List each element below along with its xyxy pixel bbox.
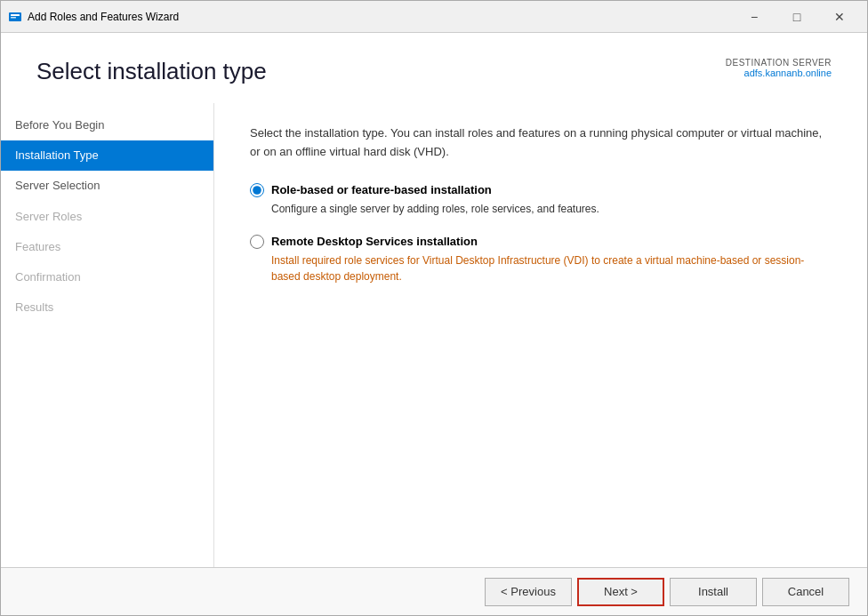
- sidebar-item-features: Features: [1, 232, 213, 262]
- next-button[interactable]: Next >: [577, 578, 664, 606]
- cancel-button[interactable]: Cancel: [762, 578, 849, 606]
- role-based-radio[interactable]: [250, 183, 264, 197]
- main-panel: Select the installation type. You can in…: [214, 103, 867, 567]
- sidebar-item-results: Results: [1, 292, 213, 323]
- maximize-button[interactable]: □: [776, 4, 817, 30]
- sidebar: Before You Begin Installation Type Serve…: [1, 103, 214, 567]
- header-area: Select installation type DESTINATION SER…: [1, 33, 867, 103]
- window-title: Add Roles and Features Wizard: [28, 11, 734, 23]
- sidebar-item-server-selection[interactable]: Server Selection: [1, 171, 213, 201]
- svg-rect-1: [11, 14, 20, 16]
- svg-rect-2: [11, 17, 16, 19]
- server-manager-icon: [8, 10, 22, 24]
- remote-desktop-radio[interactable]: [250, 235, 264, 249]
- body-area: Before You Begin Installation Type Serve…: [1, 103, 867, 567]
- sidebar-item-installation-type[interactable]: Installation Type: [1, 140, 213, 171]
- sidebar-item-before-you-begin[interactable]: Before You Begin: [1, 110, 213, 140]
- install-button[interactable]: Install: [670, 578, 757, 606]
- remote-desktop-label-row: Remote Desktop Services installation: [250, 235, 832, 249]
- previous-button[interactable]: < Previous: [485, 578, 572, 606]
- remote-desktop-title[interactable]: Remote Desktop Services installation: [271, 235, 478, 248]
- intro-text: Select the installation type. You can in…: [250, 124, 832, 162]
- destination-value: adfs.kannanb.online: [726, 68, 832, 78]
- minimize-button[interactable]: −: [734, 4, 775, 30]
- sidebar-item-server-roles: Server Roles: [1, 202, 213, 232]
- footer: < Previous Next > Install Cancel: [1, 567, 867, 615]
- wizard-window: Add Roles and Features Wizard − □ ✕ Sele…: [0, 0, 868, 616]
- content-area: Select installation type DESTINATION SER…: [1, 33, 867, 567]
- remote-desktop-option: Remote Desktop Services installation Ins…: [250, 235, 832, 284]
- destination-server: DESTINATION SERVER adfs.kannanb.online: [726, 58, 832, 78]
- role-based-desc: Configure a single server by adding role…: [271, 201, 832, 217]
- remote-desktop-desc: Install required role services for Virtu…: [271, 252, 832, 284]
- role-based-title[interactable]: Role-based or feature-based installation: [271, 183, 492, 196]
- role-based-option: Role-based or feature-based installation…: [250, 183, 832, 217]
- role-based-label-row: Role-based or feature-based installation: [250, 183, 832, 197]
- window-controls: − □ ✕: [734, 4, 860, 30]
- destination-label: DESTINATION SERVER: [726, 58, 832, 68]
- page-title: Select installation type: [36, 58, 267, 85]
- close-button[interactable]: ✕: [819, 4, 860, 30]
- sidebar-item-confirmation: Confirmation: [1, 262, 213, 292]
- title-bar: Add Roles and Features Wizard − □ ✕: [1, 1, 867, 33]
